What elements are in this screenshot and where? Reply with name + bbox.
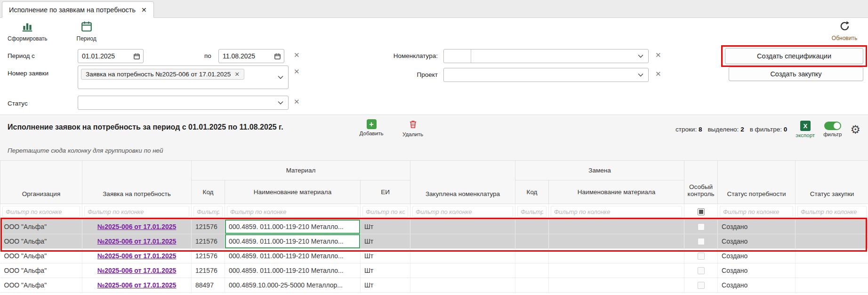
- column-header-purchased-nomenclature[interactable]: Закуплена номенклатура: [410, 161, 515, 204]
- column-header-organization[interactable]: Организация: [0, 161, 82, 204]
- cell-purchase-status-empty: [796, 234, 868, 249]
- column-header-code[interactable]: Код: [192, 180, 225, 204]
- create-purchase-button[interactable]: Создать закупку: [729, 67, 863, 81]
- column-filter-input[interactable]: [84, 206, 189, 217]
- clear-request-icon[interactable]: ✕: [294, 68, 300, 75]
- checkbox-indeterminate-mark: [699, 210, 703, 214]
- column-header-material-name[interactable]: Наименование материала: [225, 180, 361, 204]
- generate-button[interactable]: Сформировать: [8, 20, 48, 42]
- column-filter-input[interactable]: [517, 206, 547, 217]
- column-header-unit[interactable]: ЕИ: [361, 180, 410, 204]
- column-filter-input[interactable]: [412, 206, 513, 217]
- request-link[interactable]: №2025-006 от 17.01.2025: [97, 281, 177, 289]
- nomenclature-code-segment[interactable]: [444, 49, 471, 63]
- special-control-checkbox[interactable]: [698, 223, 705, 230]
- project-select[interactable]: [443, 68, 649, 82]
- grid-title: Исполнение заявок на потребность за пери…: [8, 123, 283, 131]
- create-specifications-button[interactable]: Создать спецификации: [725, 48, 863, 64]
- cell-purchase-status-empty: [796, 278, 868, 293]
- grid-stats: строки: 8 выделено: 2 в фильтре: 0: [675, 126, 787, 133]
- filter-cell-purchase-status: [796, 204, 868, 220]
- table-row[interactable]: ООО "Альфа" №2025-006 от 17.01.2025 1215…: [0, 220, 868, 234]
- column-header-request[interactable]: Заявка на потребность: [82, 161, 192, 204]
- tab-close-icon[interactable]: ✕: [141, 6, 147, 14]
- toggle-switch-icon[interactable]: [824, 122, 841, 130]
- column-header-special-control[interactable]: Особый контроль: [684, 161, 718, 204]
- remove-tag-icon[interactable]: ✕: [234, 71, 240, 78]
- add-row-button[interactable]: + Добавить: [356, 119, 387, 136]
- filter-toggle[interactable]: фильтр: [823, 122, 842, 137]
- filter-cell-need-status: [718, 204, 796, 220]
- toggle-knob: [834, 123, 840, 129]
- cell-organization: ООО "Альфа": [0, 249, 82, 263]
- cell-replacement-material-empty: [549, 263, 684, 278]
- date-picker-icon[interactable]: [274, 53, 281, 60]
- period-to-input-box: [218, 49, 284, 63]
- special-control-checkbox[interactable]: [698, 253, 705, 260]
- request-link[interactable]: №2025-006 от 17.01.2025: [97, 267, 177, 274]
- period-button[interactable]: Период: [68, 20, 105, 42]
- cell-purchased-empty: [410, 234, 515, 249]
- column-filter-input[interactable]: [362, 206, 408, 217]
- period-label: Период: [77, 35, 96, 42]
- table-row[interactable]: ООО "Альфа" №2025-006 от 17.01.2025 1215…: [0, 263, 868, 278]
- cell-unit: Шт: [361, 249, 410, 263]
- nomenclature-combo[interactable]: [443, 49, 649, 63]
- chevron-down-icon[interactable]: [638, 54, 643, 58]
- tab-bar: Исполнение по заявкам на потребность ✕: [0, 0, 868, 18]
- clear-project-icon[interactable]: ✕: [655, 71, 661, 78]
- request-number-multiselect[interactable]: Заявка на потребность №2025-006 от 17.01…: [78, 66, 289, 89]
- chevron-down-icon[interactable]: [278, 101, 283, 105]
- request-link[interactable]: №2025-006 от 17.01.2025: [97, 252, 177, 260]
- data-grid: Организация Заявка на потребность Матери…: [0, 160, 868, 293]
- refresh-button[interactable]: Обновить: [830, 20, 859, 41]
- selected-count-stat: выделено: 2: [707, 126, 744, 133]
- gear-icon[interactable]: ⚙: [850, 124, 860, 135]
- chevron-down-icon[interactable]: [638, 73, 643, 77]
- grid-toolbar: Исполнение заявок на потребность за пери…: [0, 115, 868, 160]
- special-control-filter-checkbox[interactable]: [698, 208, 705, 215]
- status-select[interactable]: [78, 96, 289, 110]
- request-link[interactable]: №2025-006 от 17.01.2025: [97, 223, 177, 230]
- tab-execution-requests[interactable]: Исполнение по заявкам на потребность ✕: [2, 1, 154, 18]
- cell-purchased-empty: [410, 263, 515, 278]
- delete-row-button[interactable]: Удалить: [397, 119, 428, 137]
- cell-code: 121576: [192, 234, 225, 249]
- column-filter-input[interactable]: [551, 206, 682, 217]
- special-control-checkbox[interactable]: [698, 282, 705, 289]
- special-control-checkbox[interactable]: [698, 238, 705, 245]
- request-link[interactable]: №2025-006 от 17.01.2025: [97, 238, 177, 245]
- period-to-label: по: [204, 52, 211, 59]
- table-row[interactable]: ООО "Альфа" №2025-006 от 17.01.2025 8849…: [0, 278, 868, 293]
- period-to-input[interactable]: [223, 52, 266, 60]
- status-label: Статус: [8, 100, 28, 107]
- clear-status-icon[interactable]: ✕: [294, 98, 300, 106]
- cell-purchase-status-empty: [796, 220, 868, 234]
- column-filter-input[interactable]: [2, 206, 80, 217]
- period-from-input[interactable]: [82, 52, 125, 60]
- column-filter-input[interactable]: [797, 206, 867, 217]
- column-header-need-status[interactable]: Статус потребности: [718, 161, 796, 204]
- table-row[interactable]: ООО "Альфа" №2025-006 от 17.01.2025 1215…: [0, 234, 868, 249]
- column-filter-input[interactable]: [720, 206, 793, 217]
- cell-replacement-code-empty: [515, 220, 549, 234]
- table-row[interactable]: ООО "Альфа" №2025-006 от 17.01.2025 1215…: [0, 249, 868, 263]
- cell-need-status: Создано: [718, 249, 796, 263]
- chevron-down-icon[interactable]: [278, 75, 283, 79]
- column-header-replacement-material-name[interactable]: Наименование материала: [549, 180, 684, 204]
- filter-cell-request: [82, 204, 192, 220]
- export-excel-button[interactable]: X экспорт: [796, 121, 815, 138]
- cell-material: 000.4859. 011.000-119-210 Металло...: [225, 220, 361, 234]
- column-header-purchase-status[interactable]: Статус закупки: [796, 161, 868, 204]
- column-header-replacement-code[interactable]: Код: [515, 180, 549, 204]
- column-filter-input[interactable]: [193, 206, 223, 217]
- date-picker-icon[interactable]: [133, 53, 140, 60]
- cell-code: 121576: [192, 263, 225, 278]
- clear-nomenclature-icon[interactable]: ✕: [655, 52, 661, 59]
- cell-replacement-material-empty: [549, 249, 684, 263]
- clear-period-icon[interactable]: ✕: [294, 52, 300, 59]
- column-filter-input[interactable]: [227, 206, 358, 217]
- main-toolbar: Сформировать Период Обновить: [0, 18, 868, 47]
- special-control-checkbox[interactable]: [698, 267, 705, 274]
- cell-organization: ООО "Альфа": [0, 220, 82, 234]
